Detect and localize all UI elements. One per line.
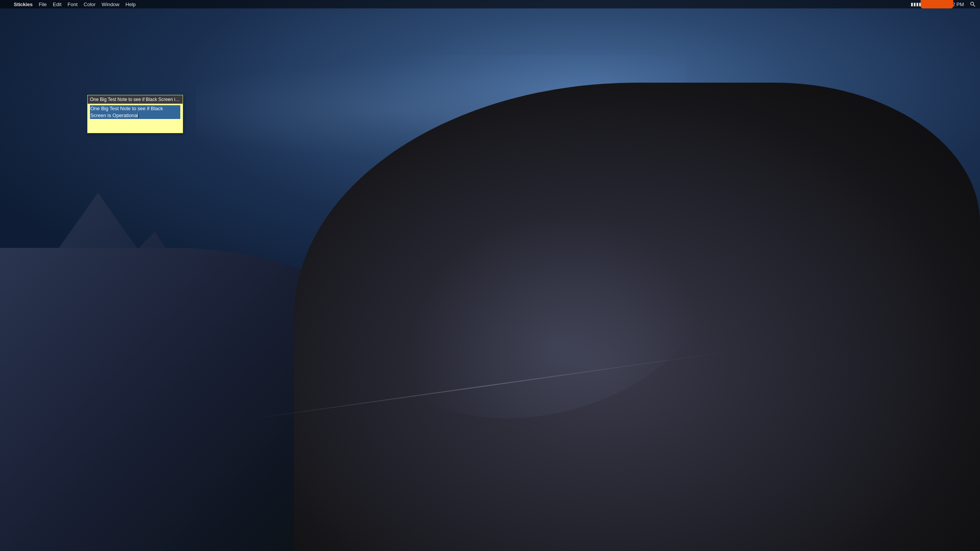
notification-badge xyxy=(921,0,953,8)
sticky-title-bar[interactable]: One Big Test Note to see if Black Screen… xyxy=(88,95,183,104)
sticky-note-text: One Big Test Note to see if Black Screen… xyxy=(90,105,180,119)
menubar-color[interactable]: Color xyxy=(81,0,99,8)
svg-line-1 xyxy=(973,5,975,7)
menubar-left: Stickies File Edit Font Color Window Hel… xyxy=(3,0,139,8)
text-cursor xyxy=(138,113,139,118)
menubar-font[interactable]: Font xyxy=(65,0,81,8)
menubar-edit[interactable]: Edit xyxy=(50,0,64,8)
sticky-note-line2: Screen is Operational xyxy=(90,112,180,119)
apple-menu[interactable] xyxy=(3,0,11,8)
menubar-help[interactable]: Help xyxy=(122,0,139,8)
sticky-title: One Big Test Note to see if Black Screen… xyxy=(90,97,180,102)
sticky-note-line1: One Big Test Note to see if Black xyxy=(90,105,180,112)
menubar: Stickies File Edit Font Color Window Hel… xyxy=(0,0,980,8)
sticky-content[interactable]: One Big Test Note to see if Black Screen… xyxy=(88,104,183,133)
sticky-note[interactable]: One Big Test Note to see if Black Screen… xyxy=(87,95,183,133)
search-icon[interactable] xyxy=(969,2,977,7)
menubar-file[interactable]: File xyxy=(36,0,50,8)
dune-layer xyxy=(0,0,980,551)
menubar-window[interactable]: Window xyxy=(99,0,122,8)
desktop: Stickies File Edit Font Color Window Hel… xyxy=(0,0,980,551)
menubar-stickies[interactable]: Stickies xyxy=(11,0,36,8)
svg-point-0 xyxy=(971,2,974,5)
